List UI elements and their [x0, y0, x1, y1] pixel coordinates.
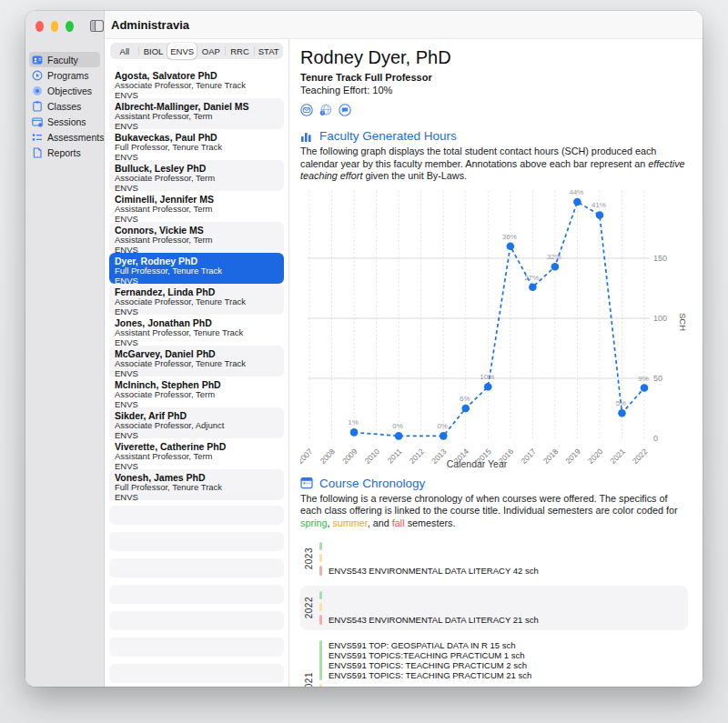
svg-text:i: i [322, 111, 323, 115]
zoom-window-button[interactable] [66, 21, 74, 32]
course-link[interactable]: ENVS591 TOP: GEOSPATIAL DATA IN R 15 sch [329, 640, 531, 650]
website-globe-icon[interactable]: i [319, 104, 332, 116]
faculty-row[interactable]: Fernandez, Linda PhDAssociate Professor,… [109, 284, 284, 315]
course-link[interactable]: ENVS543 ENVIRONMENTAL DATA LITERACY 42 s… [329, 566, 539, 576]
fall-semester-group: ENVS543 ENVIRONMENTAL DATA LITERACY 21 s… [319, 615, 681, 625]
svg-text:36%: 36% [502, 232, 517, 240]
course-link[interactable]: ENVS543 ENVIRONMENTAL DATA LITERACY 21 s… [329, 615, 539, 625]
faculty-row[interactable]: McIninch, Stephen PhDAssociate Professor… [109, 377, 284, 407]
close-window-button[interactable] [35, 21, 44, 32]
faculty-row-detail: ENVS [115, 369, 278, 377]
svg-text:2011: 2011 [386, 447, 404, 465]
faculty-row-detail: Assistant Professor, Term [115, 205, 278, 215]
classes-clipboard-icon [32, 101, 43, 112]
contact-icons: i [300, 104, 690, 116]
faculty-position: Tenure Track Full Professor [300, 72, 690, 83]
spring-semester-group [319, 591, 681, 599]
sidebar-item-objectives[interactable]: Objectives [29, 83, 100, 98]
sidebar-item-assessments[interactable]: Assessments [29, 129, 100, 145]
year-label: 2022 [302, 591, 316, 625]
svg-text:50: 50 [653, 374, 662, 383]
course-link[interactable]: ENVS591 TOPICS: TEACHING PRACTICUM 2 sch [329, 660, 531, 670]
course-link[interactable]: ENVS591 TOPICS:TEACHING PRACTICUM 1 sch [329, 650, 531, 660]
faculty-row-detail: Assistant Professor, Term [115, 452, 278, 462]
faculty-list-pane: AllBIOLENVSOAPRRCSTAT Agosta, Salvatore … [105, 11, 289, 687]
empty-row-stripe [109, 638, 284, 657]
faculty-row-detail: ENVS [115, 276, 278, 285]
tab-rrc[interactable]: RRC [226, 43, 255, 59]
faculty-row[interactable]: Sikder, Arif PhDAssociate Professor, Adj… [109, 407, 284, 438]
faculty-row-detail: Full Professor, Tenure Track [115, 266, 278, 276]
sidebar-item-label: Classes [47, 101, 81, 112]
tab-biol[interactable]: BIOL [139, 43, 168, 59]
svg-text:44%: 44% [569, 187, 583, 196]
tab-oap[interactable]: OAP [197, 43, 226, 59]
svg-text:10%: 10% [480, 373, 494, 381]
faculty-row[interactable]: Jones, Jonathan PhDAssistant Professor, … [109, 315, 284, 346]
sidebar-item-reports[interactable]: Reports [29, 145, 100, 160]
summer-semester-bar [319, 554, 322, 562]
svg-text:Calendar Year: Calendar Year [447, 458, 508, 469]
faculty-row[interactable]: Albrecht-Mallinger, Daniel MSAssistant P… [109, 98, 284, 129]
faculty-row[interactable]: Ciminelli, Jennifer MSAssistant Professo… [109, 191, 284, 222]
summer-semester-group [319, 554, 681, 562]
svg-text:SCH: SCH [678, 312, 686, 330]
faculty-row-detail: ENVS [115, 493, 278, 501]
faculty-row[interactable]: Bulluck, Lesley PhDAssociate Professor, … [109, 160, 284, 191]
year-block-2023: 2023ENVS543 ENVIRONMENTAL DATA LITERACY … [300, 537, 688, 581]
faculty-row-detail: Assistant Professor, Tenure Track [115, 328, 278, 338]
svg-text:5%: 5% [616, 399, 627, 407]
spring-semester-group: ENVS591 TOP: GEOSPATIAL DATA IN R 15 sch… [319, 640, 681, 680]
faculty-row-detail: Assistant Professor, Term [115, 236, 278, 246]
svg-text:2020: 2020 [586, 447, 605, 466]
tab-stat[interactable]: STAT [254, 43, 283, 59]
sidebar-toggle-icon[interactable] [90, 20, 104, 32]
svg-text:2009: 2009 [340, 447, 359, 466]
faculty-row[interactable]: Bukaveckas, Paul PhDFull Professor, Tenu… [109, 129, 284, 160]
minimize-window-button[interactable] [51, 21, 59, 32]
summer-semester-group [319, 684, 681, 687]
faculty-row[interactable]: Vonesh, James PhDFull Professor, Tenure … [109, 469, 284, 500]
svg-text:9%: 9% [638, 374, 649, 382]
fall-semester-group: ENVS543 ENVIRONMENTAL DATA LITERACY 42 s… [319, 566, 681, 576]
sidebar-item-sessions[interactable]: Sessions [29, 114, 100, 129]
faculty-row[interactable]: Connors, Vickie MSAssistant Professor, T… [109, 222, 284, 253]
faculty-row-detail: Associate Professor, Tenure Track [115, 81, 278, 91]
svg-text:2010: 2010 [363, 447, 382, 466]
chronology-section-title: Course Chronology [319, 477, 425, 490]
faculty-row[interactable]: Viverette, Catherine PhDAssistant Profes… [109, 438, 284, 469]
tab-all[interactable]: All [110, 43, 139, 59]
sidebar-item-programs[interactable]: Programs [29, 67, 100, 83]
empty-row-stripe [109, 585, 284, 604]
svg-text:0%: 0% [392, 422, 403, 430]
detail-pane: Rodney Dyer, PhD Tenure Track Full Profe… [289, 11, 703, 687]
spring-legend-word: spring [300, 517, 327, 528]
faculty-row-detail: Associate Professor, Tenure Track [115, 297, 278, 307]
window-controls [25, 11, 104, 32]
faculty-row[interactable]: Agosta, Salvatore PhDAssociate Professor… [109, 67, 284, 98]
faculty-row[interactable]: Dyer, Rodney PhDFull Professor, Tenure T… [109, 253, 284, 284]
faculty-row-detail: ENVS [115, 431, 278, 439]
tab-envs[interactable]: ENVS [167, 43, 197, 59]
email-icon[interactable] [300, 104, 313, 116]
faculty-row[interactable]: McGarvey, Daniel PhDAssociate Professor,… [109, 346, 284, 377]
sidebar-item-classes[interactable]: Classes [29, 98, 100, 114]
svg-text:1%: 1% [348, 418, 359, 427]
faculty-row-detail: Associate Professor, Term [115, 174, 278, 184]
faculty-row-detail: Associate Professor, Adjunct [115, 421, 278, 431]
fall-semester-bar [319, 566, 322, 576]
faculty-card-icon [32, 55, 43, 65]
year-block-2022: 2022ENVS543 ENVIRONMENTAL DATA LITERACY … [300, 586, 688, 630]
sessions-window-icon [32, 116, 43, 127]
chat-icon[interactable] [339, 104, 351, 116]
faculty-row-detail: ENVS [115, 307, 278, 316]
faculty-list: Agosta, Salvatore PhDAssociate Professor… [105, 67, 288, 500]
spring-semester-group [319, 542, 681, 550]
course-link[interactable]: ENVS591 TOPICS: TEACHING PRACTICUM 21 sc… [329, 670, 531, 680]
sch-line-chart: 050100150SCH2007200820092010201120122013… [300, 186, 686, 471]
svg-text:6%: 6% [460, 395, 470, 403]
bar-chart-icon [300, 130, 313, 143]
app-window: FacultyProgramsObjectivesClassesSessions… [25, 11, 703, 687]
sidebar-item-faculty[interactable]: Faculty [29, 52, 100, 67]
svg-text:0: 0 [653, 434, 658, 443]
